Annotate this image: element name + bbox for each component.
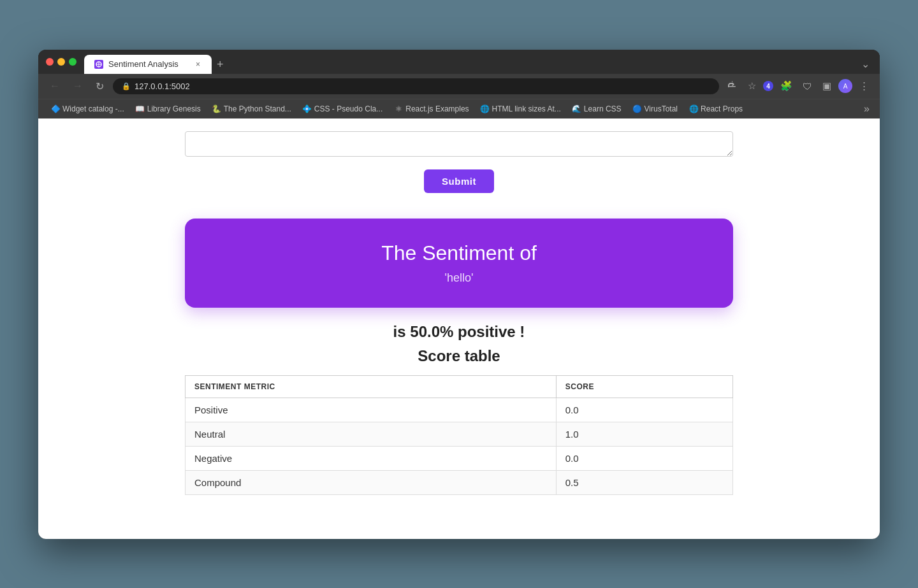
toolbar-icons: ☆ 4 🧩 🛡 ▣ A ⋮	[724, 78, 872, 95]
bookmark-icon-python: 🐍	[212, 104, 221, 113]
bookmark-library-genesis[interactable]: 📖 Library Genesis	[131, 103, 206, 115]
table-cell: Positive	[186, 398, 557, 422]
bookmark-label: HTML link sizes At...	[492, 104, 561, 113]
table-cell: Neutral	[186, 422, 557, 446]
bookmark-label: Widget catalog -...	[62, 104, 124, 113]
tab-title: Sentiment Analysis	[108, 59, 178, 69]
textarea-container	[185, 131, 733, 159]
bookmark-label: VirusTotal	[645, 104, 678, 113]
page-content: Submit The Sentiment of 'hello' is 50.0%…	[38, 118, 880, 539]
result-line: is 50.0% positive !	[185, 323, 733, 341]
bookmark-label: Learn CSS	[584, 104, 622, 113]
forward-button[interactable]: →	[69, 78, 87, 94]
page-inner: Submit The Sentiment of 'hello' is 50.0%…	[172, 118, 746, 520]
table-cell: 0.5	[556, 470, 732, 494]
address-bar-container[interactable]: 🔒 127.0.0.1:5002	[113, 78, 719, 94]
bookmark-react-props[interactable]: 🌐 React Props	[684, 103, 748, 115]
bookmark-label: Library Genesis	[147, 104, 201, 113]
table-cell: 0.0	[556, 446, 732, 470]
more-button[interactable]: ⋮	[856, 78, 872, 94]
extensions-button[interactable]: 🧩	[777, 78, 796, 94]
tab-bar: Sentiment Analysis × + ⌄	[38, 50, 880, 74]
bookmark-label: React Props	[701, 104, 743, 113]
tab-close-button[interactable]: ×	[194, 59, 201, 70]
submit-button[interactable]: Submit	[424, 169, 494, 193]
col-header-score: SCORE	[556, 375, 732, 398]
tab-favicon	[94, 60, 103, 69]
table-cell: 1.0	[556, 422, 732, 446]
table-row: Positive0.0	[186, 398, 733, 422]
window-controls	[46, 58, 76, 71]
tab-menu-button[interactable]: ⌄	[859, 55, 872, 73]
bookmark-icon-virustotal: 🔵	[633, 104, 642, 113]
table-cell: Negative	[186, 446, 557, 470]
col-header-metric: SENTIMENT METRIC	[186, 375, 557, 398]
bookmark-icon-html: 🌐	[481, 104, 490, 113]
bookmark-virustotal[interactable]: 🔵 VirusTotal	[628, 103, 683, 115]
table-cell: 0.0	[556, 398, 732, 422]
profile-icon[interactable]: A	[838, 79, 852, 93]
bookmark-icon-css: 💠	[303, 104, 312, 113]
url-display: 127.0.0.1:5002	[135, 82, 190, 91]
bookmarks-bar: 🔷 Widget catalog -... 📖 Library Genesis …	[38, 99, 880, 118]
sentiment-input[interactable]	[185, 131, 733, 157]
minimize-button[interactable]	[57, 58, 65, 66]
table-row: Compound0.5	[186, 470, 733, 494]
bookmark-label: React.js Examples	[405, 104, 469, 113]
active-tab[interactable]: Sentiment Analysis ×	[84, 55, 212, 74]
adblocker-button[interactable]: 🛡	[799, 78, 815, 94]
share-button[interactable]	[724, 78, 741, 95]
bookmark-label: CSS - Pseudo Cla...	[314, 104, 382, 113]
svg-rect-3	[729, 86, 736, 87]
title-bar: Sentiment Analysis × + ⌄ ← → ↻ 🔒 127.0.0…	[38, 50, 880, 118]
new-tab-button[interactable]: +	[212, 56, 229, 73]
table-row: Neutral1.0	[186, 422, 733, 446]
bookmark-learn-css[interactable]: 🌊 Learn CSS	[567, 103, 627, 115]
address-bar-row: ← → ↻ 🔒 127.0.0.1:5002 ☆ 4 🧩 🛡 ▣ A	[38, 74, 880, 99]
extensions-badge: 4	[763, 81, 773, 91]
sentiment-card: The Sentiment of 'hello'	[185, 219, 733, 308]
lock-icon: 🔒	[122, 82, 131, 90]
bookmark-icon-library: 📖	[136, 104, 145, 113]
bookmark-widget-catalog[interactable]: 🔷 Widget catalog -...	[46, 103, 129, 115]
sentiment-card-word: 'hello'	[210, 271, 708, 285]
sentiment-card-title: The Sentiment of	[210, 241, 708, 265]
reload-button[interactable]: ↻	[92, 78, 108, 95]
bookmark-icon-widget: 🔷	[51, 104, 60, 113]
submit-container: Submit	[185, 169, 733, 193]
close-button[interactable]	[46, 58, 54, 66]
bookmark-label: The Python Stand...	[224, 104, 291, 113]
bookmarks-more-button[interactable]: »	[861, 102, 872, 116]
table-cell: Compound	[186, 470, 557, 494]
bookmark-python[interactable]: 🐍 The Python Stand...	[207, 103, 296, 115]
bookmark-icon-react: ⚛	[394, 104, 403, 113]
bookmark-icon-learn-css: 🌊	[572, 104, 581, 113]
bookmark-button[interactable]: ☆	[745, 78, 759, 94]
bookmark-reactjs[interactable]: ⚛ React.js Examples	[389, 103, 474, 115]
window-button[interactable]: ▣	[819, 78, 834, 94]
score-table: SENTIMENT METRIC SCORE Positive0.0Neutra…	[185, 375, 733, 495]
bookmark-html-link[interactable]: 🌐 HTML link sizes At...	[476, 103, 566, 115]
browser-window: Sentiment Analysis × + ⌄ ← → ↻ 🔒 127.0.0…	[38, 50, 880, 539]
maximize-button[interactable]	[69, 58, 76, 66]
table-row: Negative0.0	[186, 446, 733, 470]
bookmark-icon-react-props: 🌐	[689, 104, 698, 113]
score-table-title: Score table	[185, 347, 733, 365]
back-button[interactable]: ←	[46, 78, 64, 94]
bookmark-css-pseudo[interactable]: 💠 CSS - Pseudo Cla...	[298, 103, 388, 115]
